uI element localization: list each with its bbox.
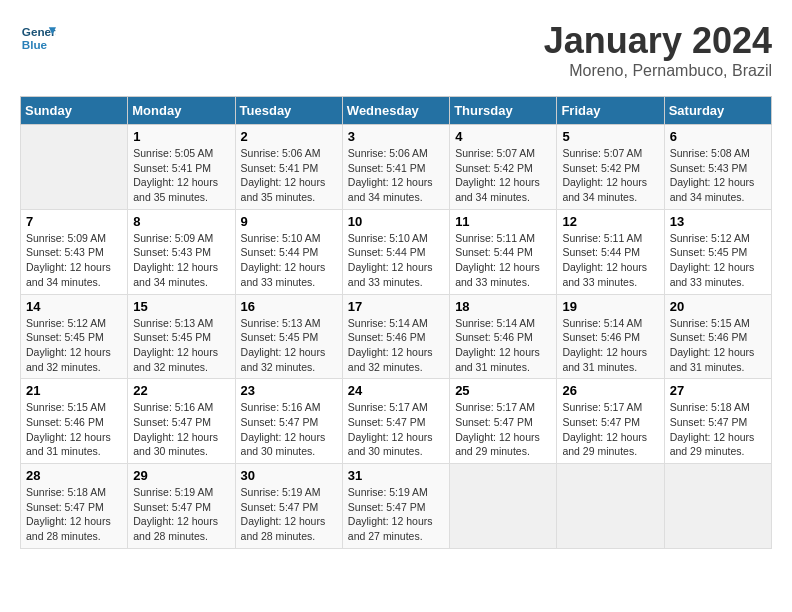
cell-details: Sunrise: 5:14 AMSunset: 5:46 PMDaylight:… xyxy=(348,316,444,375)
cell-details: Sunrise: 5:19 AMSunset: 5:47 PMDaylight:… xyxy=(241,485,337,544)
day-number: 28 xyxy=(26,468,122,483)
cell-details: Sunrise: 5:09 AMSunset: 5:43 PMDaylight:… xyxy=(26,231,122,290)
calendar-cell: 31Sunrise: 5:19 AMSunset: 5:47 PMDayligh… xyxy=(342,464,449,549)
day-number: 3 xyxy=(348,129,444,144)
col-header-wednesday: Wednesday xyxy=(342,97,449,125)
calendar-cell: 27Sunrise: 5:18 AMSunset: 5:47 PMDayligh… xyxy=(664,379,771,464)
calendar-week-5: 28Sunrise: 5:18 AMSunset: 5:47 PMDayligh… xyxy=(21,464,772,549)
calendar-cell: 3Sunrise: 5:06 AMSunset: 5:41 PMDaylight… xyxy=(342,125,449,210)
day-number: 20 xyxy=(670,299,766,314)
day-number: 1 xyxy=(133,129,229,144)
cell-details: Sunrise: 5:12 AMSunset: 5:45 PMDaylight:… xyxy=(670,231,766,290)
calendar-cell: 18Sunrise: 5:14 AMSunset: 5:46 PMDayligh… xyxy=(450,294,557,379)
calendar-cell xyxy=(557,464,664,549)
col-header-sunday: Sunday xyxy=(21,97,128,125)
day-number: 9 xyxy=(241,214,337,229)
calendar-week-3: 14Sunrise: 5:12 AMSunset: 5:45 PMDayligh… xyxy=(21,294,772,379)
calendar-cell: 17Sunrise: 5:14 AMSunset: 5:46 PMDayligh… xyxy=(342,294,449,379)
col-header-friday: Friday xyxy=(557,97,664,125)
calendar-week-2: 7Sunrise: 5:09 AMSunset: 5:43 PMDaylight… xyxy=(21,209,772,294)
calendar-body: 1Sunrise: 5:05 AMSunset: 5:41 PMDaylight… xyxy=(21,125,772,549)
cell-details: Sunrise: 5:14 AMSunset: 5:46 PMDaylight:… xyxy=(562,316,658,375)
cell-details: Sunrise: 5:15 AMSunset: 5:46 PMDaylight:… xyxy=(670,316,766,375)
cell-details: Sunrise: 5:14 AMSunset: 5:46 PMDaylight:… xyxy=(455,316,551,375)
day-number: 5 xyxy=(562,129,658,144)
day-number: 12 xyxy=(562,214,658,229)
cell-details: Sunrise: 5:06 AMSunset: 5:41 PMDaylight:… xyxy=(348,146,444,205)
calendar-cell: 13Sunrise: 5:12 AMSunset: 5:45 PMDayligh… xyxy=(664,209,771,294)
cell-details: Sunrise: 5:12 AMSunset: 5:45 PMDaylight:… xyxy=(26,316,122,375)
cell-details: Sunrise: 5:07 AMSunset: 5:42 PMDaylight:… xyxy=(455,146,551,205)
day-number: 8 xyxy=(133,214,229,229)
calendar-week-4: 21Sunrise: 5:15 AMSunset: 5:46 PMDayligh… xyxy=(21,379,772,464)
cell-details: Sunrise: 5:11 AMSunset: 5:44 PMDaylight:… xyxy=(562,231,658,290)
day-number: 18 xyxy=(455,299,551,314)
svg-text:Blue: Blue xyxy=(22,38,48,51)
cell-details: Sunrise: 5:13 AMSunset: 5:45 PMDaylight:… xyxy=(241,316,337,375)
cell-details: Sunrise: 5:16 AMSunset: 5:47 PMDaylight:… xyxy=(241,400,337,459)
calendar-cell: 8Sunrise: 5:09 AMSunset: 5:43 PMDaylight… xyxy=(128,209,235,294)
col-header-thursday: Thursday xyxy=(450,97,557,125)
calendar-cell: 12Sunrise: 5:11 AMSunset: 5:44 PMDayligh… xyxy=(557,209,664,294)
cell-details: Sunrise: 5:19 AMSunset: 5:47 PMDaylight:… xyxy=(133,485,229,544)
calendar-table: SundayMondayTuesdayWednesdayThursdayFrid… xyxy=(20,96,772,549)
cell-details: Sunrise: 5:09 AMSunset: 5:43 PMDaylight:… xyxy=(133,231,229,290)
logo: General Blue xyxy=(20,20,56,56)
day-number: 23 xyxy=(241,383,337,398)
calendar-cell: 4Sunrise: 5:07 AMSunset: 5:42 PMDaylight… xyxy=(450,125,557,210)
day-number: 10 xyxy=(348,214,444,229)
day-number: 13 xyxy=(670,214,766,229)
calendar-cell: 14Sunrise: 5:12 AMSunset: 5:45 PMDayligh… xyxy=(21,294,128,379)
day-number: 2 xyxy=(241,129,337,144)
cell-details: Sunrise: 5:15 AMSunset: 5:46 PMDaylight:… xyxy=(26,400,122,459)
day-number: 21 xyxy=(26,383,122,398)
cell-details: Sunrise: 5:10 AMSunset: 5:44 PMDaylight:… xyxy=(241,231,337,290)
col-header-saturday: Saturday xyxy=(664,97,771,125)
calendar-cell: 2Sunrise: 5:06 AMSunset: 5:41 PMDaylight… xyxy=(235,125,342,210)
calendar-cell: 23Sunrise: 5:16 AMSunset: 5:47 PMDayligh… xyxy=(235,379,342,464)
calendar-cell: 29Sunrise: 5:19 AMSunset: 5:47 PMDayligh… xyxy=(128,464,235,549)
calendar-cell: 11Sunrise: 5:11 AMSunset: 5:44 PMDayligh… xyxy=(450,209,557,294)
day-number: 24 xyxy=(348,383,444,398)
calendar-cell: 22Sunrise: 5:16 AMSunset: 5:47 PMDayligh… xyxy=(128,379,235,464)
calendar-cell: 26Sunrise: 5:17 AMSunset: 5:47 PMDayligh… xyxy=(557,379,664,464)
calendar-cell: 30Sunrise: 5:19 AMSunset: 5:47 PMDayligh… xyxy=(235,464,342,549)
cell-details: Sunrise: 5:18 AMSunset: 5:47 PMDaylight:… xyxy=(26,485,122,544)
calendar-cell: 5Sunrise: 5:07 AMSunset: 5:42 PMDaylight… xyxy=(557,125,664,210)
calendar-cell xyxy=(664,464,771,549)
day-number: 19 xyxy=(562,299,658,314)
cell-details: Sunrise: 5:17 AMSunset: 5:47 PMDaylight:… xyxy=(562,400,658,459)
day-number: 4 xyxy=(455,129,551,144)
logo-icon: General Blue xyxy=(20,20,56,56)
day-number: 16 xyxy=(241,299,337,314)
calendar-cell: 15Sunrise: 5:13 AMSunset: 5:45 PMDayligh… xyxy=(128,294,235,379)
day-number: 30 xyxy=(241,468,337,483)
cell-details: Sunrise: 5:13 AMSunset: 5:45 PMDaylight:… xyxy=(133,316,229,375)
calendar-cell xyxy=(450,464,557,549)
calendar-cell: 28Sunrise: 5:18 AMSunset: 5:47 PMDayligh… xyxy=(21,464,128,549)
day-number: 26 xyxy=(562,383,658,398)
month-title: January 2024 xyxy=(544,20,772,62)
calendar-cell: 6Sunrise: 5:08 AMSunset: 5:43 PMDaylight… xyxy=(664,125,771,210)
calendar-cell: 24Sunrise: 5:17 AMSunset: 5:47 PMDayligh… xyxy=(342,379,449,464)
day-number: 25 xyxy=(455,383,551,398)
calendar-week-1: 1Sunrise: 5:05 AMSunset: 5:41 PMDaylight… xyxy=(21,125,772,210)
day-number: 27 xyxy=(670,383,766,398)
calendar-cell: 16Sunrise: 5:13 AMSunset: 5:45 PMDayligh… xyxy=(235,294,342,379)
calendar-cell: 20Sunrise: 5:15 AMSunset: 5:46 PMDayligh… xyxy=(664,294,771,379)
col-header-monday: Monday xyxy=(128,97,235,125)
day-number: 31 xyxy=(348,468,444,483)
location-subtitle: Moreno, Pernambuco, Brazil xyxy=(544,62,772,80)
day-number: 22 xyxy=(133,383,229,398)
title-block: January 2024 Moreno, Pernambuco, Brazil xyxy=(544,20,772,80)
calendar-cell: 21Sunrise: 5:15 AMSunset: 5:46 PMDayligh… xyxy=(21,379,128,464)
day-number: 7 xyxy=(26,214,122,229)
calendar-cell xyxy=(21,125,128,210)
day-number: 29 xyxy=(133,468,229,483)
cell-details: Sunrise: 5:18 AMSunset: 5:47 PMDaylight:… xyxy=(670,400,766,459)
day-number: 15 xyxy=(133,299,229,314)
cell-details: Sunrise: 5:16 AMSunset: 5:47 PMDaylight:… xyxy=(133,400,229,459)
cell-details: Sunrise: 5:05 AMSunset: 5:41 PMDaylight:… xyxy=(133,146,229,205)
cell-details: Sunrise: 5:07 AMSunset: 5:42 PMDaylight:… xyxy=(562,146,658,205)
cell-details: Sunrise: 5:17 AMSunset: 5:47 PMDaylight:… xyxy=(455,400,551,459)
